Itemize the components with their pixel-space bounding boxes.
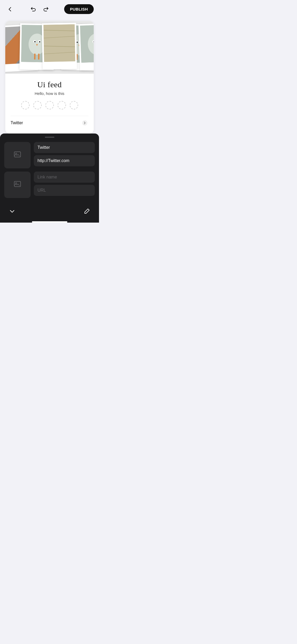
dot-1[interactable] xyxy=(21,101,30,109)
card-title: Ui feed xyxy=(11,80,88,89)
card-subtitle: Hello, how is this xyxy=(11,91,88,96)
sheet-toolbar xyxy=(0,201,99,219)
nav-right: PUBLISH xyxy=(64,4,94,14)
dot-5[interactable] xyxy=(70,101,78,109)
card-link-row[interactable]: Twitter xyxy=(11,116,88,128)
card-link-arrow-icon xyxy=(81,119,88,127)
link-url-input-1[interactable] xyxy=(34,155,95,166)
link-name-input-1[interactable] xyxy=(34,142,95,153)
svg-point-34 xyxy=(16,153,17,154)
link-fields-1 xyxy=(34,142,95,168)
svg-rect-8 xyxy=(38,54,39,59)
preview-card: Ui feed Hello, how is this Twitter xyxy=(5,21,94,134)
polaroid-3 xyxy=(42,23,77,70)
card-link-label: Twitter xyxy=(11,121,23,125)
dot-4[interactable] xyxy=(58,101,66,109)
link-url-input-2[interactable] xyxy=(34,185,95,196)
polaroid-5 xyxy=(78,23,94,70)
svg-rect-7 xyxy=(34,54,35,59)
link-thumb-1[interactable] xyxy=(4,142,31,168)
publish-button[interactable]: PUBLISH xyxy=(64,4,94,14)
image-icon-1 xyxy=(13,150,22,160)
sheet-handle xyxy=(45,137,54,138)
dot-row xyxy=(11,101,88,109)
link-item-2 xyxy=(4,172,95,198)
card-body: Ui feed Hello, how is this Twitter xyxy=(5,74,94,134)
image-icon-2 xyxy=(13,180,22,190)
canvas-area: Ui feed Hello, how is this Twitter xyxy=(0,18,99,134)
sheet-content xyxy=(0,142,99,198)
back-button[interactable] xyxy=(5,4,15,14)
undo-button[interactable] xyxy=(29,4,38,14)
collapse-button[interactable] xyxy=(6,205,18,217)
nav-center xyxy=(29,4,51,14)
home-indicator xyxy=(32,221,67,223)
svg-point-32 xyxy=(82,120,87,126)
edit-button[interactable] xyxy=(81,205,93,217)
redo-button[interactable] xyxy=(41,4,51,14)
top-nav: PUBLISH xyxy=(0,0,99,18)
photo-wood xyxy=(44,24,75,62)
dot-2[interactable] xyxy=(33,101,42,109)
link-name-input-2[interactable] xyxy=(34,172,95,183)
link-fields-2 xyxy=(34,172,95,198)
nav-left xyxy=(5,4,15,14)
link-item-1 xyxy=(4,142,95,168)
link-thumb-2[interactable] xyxy=(4,172,31,198)
svg-point-36 xyxy=(16,182,17,184)
dot-3[interactable] xyxy=(45,101,54,109)
svg-rect-35 xyxy=(14,181,21,187)
svg-rect-33 xyxy=(14,152,21,157)
photo-egg2-b xyxy=(80,25,94,63)
photo-strip xyxy=(5,21,94,74)
bottom-sheet xyxy=(0,134,99,223)
svg-rect-9 xyxy=(44,24,75,62)
